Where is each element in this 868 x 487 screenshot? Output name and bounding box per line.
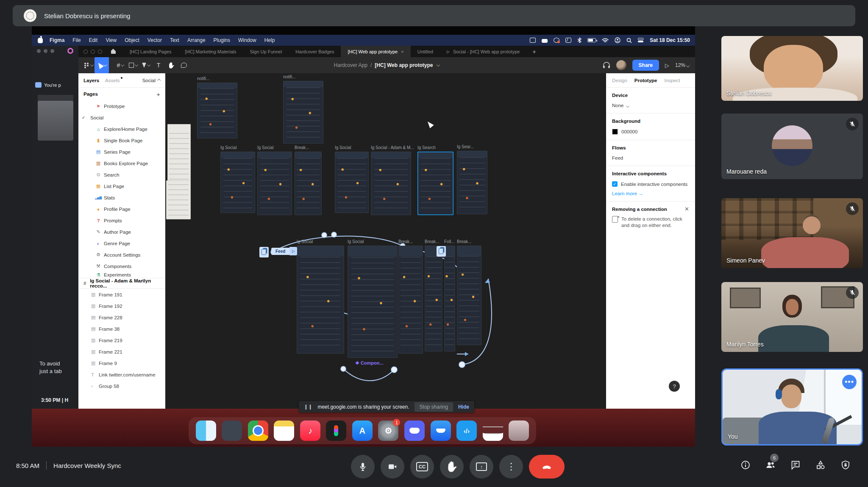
shape-tool[interactable]	[127, 59, 139, 72]
menu-view[interactable]: View	[106, 37, 117, 43]
main-menu-icon[interactable]	[82, 59, 95, 72]
control-center-icon[interactable]	[638, 38, 644, 43]
figma-icon[interactable]	[326, 421, 346, 441]
docker-icon[interactable]	[431, 421, 451, 441]
audio-call-icon[interactable]	[603, 62, 610, 69]
camera-button[interactable]	[381, 455, 404, 479]
window-traffic-lights[interactable]	[83, 50, 102, 54]
frame-tool[interactable]: #	[114, 59, 127, 72]
move-tool[interactable]	[95, 57, 109, 73]
leave-call-button[interactable]	[529, 455, 565, 479]
canvas-frame[interactable]: notifi...	[197, 83, 237, 138]
page-item-genre[interactable]: ◐Genre Page	[78, 238, 165, 249]
text-tool[interactable]: T	[152, 59, 165, 72]
page-item-account-settings[interactable]: ⚙Account Settings	[78, 249, 165, 260]
captions-button[interactable]: CC	[410, 455, 434, 479]
discord-icon[interactable]	[404, 421, 425, 441]
more-options-button[interactable]: ⋮	[499, 455, 523, 479]
canvas-frame[interactable]	[166, 180, 191, 219]
page-item-stats[interactable]: ▂▅▇Stats	[78, 192, 165, 203]
canvas-frame[interactable]: Ig Social	[335, 152, 369, 213]
microphone-button[interactable]	[351, 455, 375, 479]
figma-canvas[interactable]: notifi... notifi... Ig Social Ig Social …	[165, 73, 606, 409]
menu-object[interactable]: Object	[125, 37, 139, 43]
canvas-frame[interactable]: Ig Social	[220, 152, 255, 213]
new-tab-button[interactable]: +	[532, 48, 536, 55]
menu-figma[interactable]: Figma	[50, 37, 64, 43]
user-icon[interactable]	[615, 37, 620, 43]
tab-untitled[interactable]: Untitled	[411, 46, 440, 57]
color-swatch[interactable]	[612, 129, 618, 135]
learn-more-link[interactable]: Learn more →	[612, 191, 689, 196]
present-screen-button[interactable]: ↑	[470, 455, 493, 479]
menu-edit[interactable]: Edit	[89, 37, 98, 43]
help-button[interactable]: ?	[669, 381, 680, 392]
layer-frame-9[interactable]: ▥Frame 9	[78, 357, 165, 369]
tab-marketing-materials[interactable]: [HC] Marketing Materials	[178, 46, 243, 57]
docker-icon[interactable]	[542, 39, 548, 43]
comment-tool[interactable]	[178, 59, 190, 72]
menu-window[interactable]: Window	[238, 37, 256, 43]
layer-group-58[interactable]: ▫Group 58	[78, 380, 165, 392]
canvas-frame[interactable]: Break...	[425, 246, 442, 351]
tab-inspect[interactable]: Inspect	[664, 78, 680, 83]
flow-item[interactable]: Feed	[612, 155, 689, 160]
canvas-frame[interactable]: Ig Sear...	[457, 151, 487, 214]
home-icon[interactable]	[111, 49, 116, 54]
canvas-frame[interactable]: Ig Social	[257, 152, 292, 215]
page-item-prompts[interactable]: ?Prompts	[78, 215, 165, 226]
menu-bar-clock[interactable]: Sat 18 Dec 15:50	[650, 37, 690, 43]
device-select[interactable]: None	[612, 103, 689, 108]
menu-plugins[interactable]: Plugins	[214, 37, 230, 43]
people-icon[interactable]: 6	[765, 459, 776, 470]
menu-text[interactable]: Text	[170, 37, 179, 43]
page-item-series[interactable]: ▤Series Page	[78, 146, 165, 158]
layer-frame-38[interactable]: ▤Frame 38	[78, 323, 165, 335]
participant-tile[interactable]: Marouane reda	[721, 113, 863, 179]
launchpad-icon[interactable]	[222, 421, 242, 441]
project-name[interactable]: Hardcover App	[334, 62, 367, 68]
chrome-icon[interactable]	[248, 421, 268, 441]
notes-icon[interactable]	[274, 421, 294, 441]
page-item-social[interactable]: ✓Social	[78, 112, 165, 123]
tab-social-prototype[interactable]: ▷Social - [HC] Web app prototype	[440, 46, 526, 57]
page-item-author[interactable]: ✎Author Page	[78, 226, 165, 238]
tile-more-options-button[interactable]: •••	[842, 375, 857, 389]
hide-button[interactable]: Hide	[458, 404, 469, 410]
finder-icon[interactable]	[196, 421, 216, 441]
sentry-icon[interactable]	[554, 38, 559, 43]
flow-start-node-icon[interactable]	[259, 247, 269, 257]
layer-frame-219[interactable]: ▥Frame 219	[78, 335, 165, 346]
close-tab-icon[interactable]: ×	[401, 49, 403, 54]
canvas-frame[interactable]: notifi...	[283, 81, 323, 144]
hand-tool[interactable]: ✋	[165, 59, 178, 72]
chat-icon[interactable]	[790, 459, 801, 470]
tab-web-app-prototype[interactable]: [HC] Web app prototype×	[341, 46, 410, 57]
menu-file[interactable]: File	[72, 37, 81, 43]
page-item-list[interactable]: ▦List Page	[78, 180, 165, 192]
flow-start-node-icon[interactable]	[437, 246, 446, 257]
apple-menu-icon[interactable]	[38, 38, 43, 43]
layer-frame-228[interactable]: ▤Frame 228	[78, 312, 165, 323]
flow-start-badge[interactable]: Feed ▷	[271, 247, 297, 255]
tab-prototype[interactable]: Prototype	[634, 78, 657, 83]
canvas-frame[interactable]: Break...	[295, 152, 322, 215]
vscode-icon[interactable]: ‹/›	[456, 421, 477, 441]
stop-sharing-button[interactable]: Stop sharing	[415, 402, 453, 412]
layer-frame-191[interactable]: ▥Frame 191	[78, 289, 165, 300]
checkbox-checked[interactable]: ✓	[612, 181, 618, 187]
participant-tile[interactable]: Stelian Dobrescu	[721, 36, 863, 101]
tab-layers[interactable]: Layers	[83, 78, 99, 83]
page-item-single-book[interactable]: ▮Single Book Page	[78, 135, 165, 146]
wifi-icon[interactable]	[602, 38, 609, 43]
page-item-explore-home[interactable]: ⌂Explore/Home Page	[78, 123, 165, 135]
window-traffic-lights[interactable]	[37, 49, 54, 53]
raise-hand-button[interactable]: ✋	[440, 455, 464, 479]
bluetooth-icon[interactable]	[577, 37, 581, 43]
page-item-experiments[interactable]: ⚗Experiments	[78, 272, 165, 278]
search-icon[interactable]	[626, 38, 632, 43]
participant-tile[interactable]: Simeon Panev	[721, 198, 863, 268]
file-name[interactable]: [HC] Web app prototype	[375, 62, 433, 68]
canvas-frame[interactable]: Ig Social - Adam & M...	[371, 152, 411, 215]
tab-assets[interactable]: Assets	[105, 78, 120, 83]
